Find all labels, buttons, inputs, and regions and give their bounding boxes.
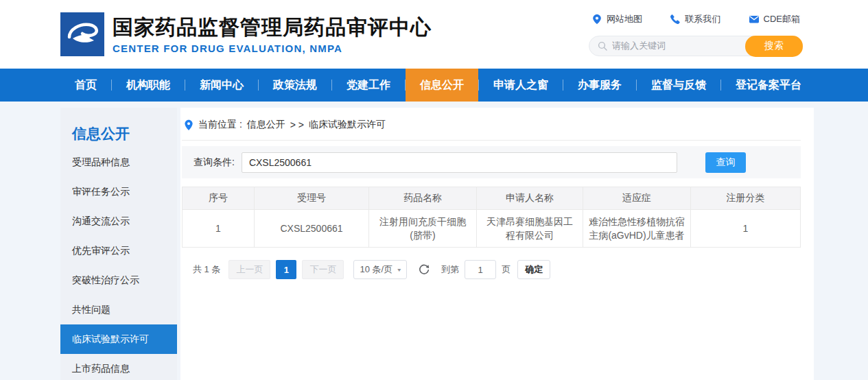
breadcrumb-current[interactable]: 临床试验默示许可 bbox=[309, 119, 386, 131]
main-nav: 首页 机构职能 新闻中心 政策法规 党建工作 信息公开 申请人之窗 办事服务 监… bbox=[0, 69, 868, 102]
column-header-registration-class: 注册分类 bbox=[691, 187, 801, 210]
sidebar-item-breakthrough-therapy[interactable]: 突破性治疗公示 bbox=[60, 265, 177, 295]
pagination-total: 共 1 条 bbox=[193, 263, 220, 276]
site-subtitle: CENTER FOR DRUG EVALUATION, NMPA bbox=[113, 43, 432, 54]
chevron-down-icon: ▾ bbox=[397, 267, 401, 273]
nav-item-info-disclosure[interactable]: 信息公开 bbox=[406, 69, 478, 102]
location-pin-icon bbox=[591, 14, 602, 25]
sidebar-item-priority-review[interactable]: 优先审评公示 bbox=[60, 236, 177, 265]
next-page-button[interactable]: 下一页 bbox=[302, 260, 344, 279]
cde-logo-icon bbox=[60, 12, 104, 56]
results-table: 序号 受理号 药品名称 申请人名称 适应症 注册分类 1 CXSL2500661… bbox=[182, 187, 801, 248]
site-title: 国家药品监督管理局药品审评中心 bbox=[113, 15, 432, 40]
logo-block: 国家药品监督管理局药品审评中心 CENTER FOR DRUG EVALUATI… bbox=[60, 12, 432, 56]
nav-item-services[interactable]: 办事服务 bbox=[563, 69, 636, 102]
quick-link-label: 网站地图 bbox=[607, 13, 642, 25]
keyword-search-bar: 搜索 bbox=[589, 36, 803, 56]
quick-link-label: 联系我们 bbox=[685, 13, 720, 25]
nav-item-applicant-window[interactable]: 申请人之窗 bbox=[479, 69, 563, 102]
page-number-button[interactable]: 1 bbox=[276, 260, 296, 279]
sidebar-item-accepted-varieties[interactable]: 受理品种信息 bbox=[60, 147, 177, 177]
cell-indication: 难治性急性移植物抗宿主病(aGvHD)儿童患者 bbox=[583, 210, 691, 248]
header-right: 网站地图 联系我们 CDE邮箱 搜索 bbox=[589, 13, 803, 56]
cell-registration-class: 1 bbox=[691, 210, 801, 248]
column-header-indication: 适应症 bbox=[583, 187, 691, 210]
sidebar-item-marketed-drugs[interactable]: 上市药品信息 bbox=[60, 354, 177, 380]
cell-seq: 1 bbox=[183, 210, 255, 248]
column-header-acceptance-no: 受理号 bbox=[255, 187, 369, 210]
column-header-drug-name: 药品名称 bbox=[369, 187, 477, 210]
sidebar-item-clinical-trial-implied-license[interactable]: 临床试验默示许可 bbox=[60, 324, 177, 354]
query-button[interactable]: 查询 bbox=[705, 152, 746, 173]
table-header-row: 序号 受理号 药品名称 申请人名称 适应症 注册分类 bbox=[183, 187, 801, 210]
sidebar-title: 信息公开 bbox=[60, 108, 177, 147]
nav-item-news[interactable]: 新闻中心 bbox=[185, 69, 258, 102]
quick-link-mailbox[interactable]: CDE邮箱 bbox=[749, 13, 800, 25]
nav-item-home[interactable]: 首页 bbox=[60, 69, 111, 102]
column-header-applicant: 申请人名称 bbox=[477, 187, 583, 210]
header-search-button[interactable]: 搜索 bbox=[745, 36, 803, 57]
goto-page-input[interactable] bbox=[465, 260, 496, 279]
nav-item-functions[interactable]: 机构职能 bbox=[112, 69, 185, 102]
keyword-search-input[interactable] bbox=[612, 40, 740, 51]
pagination: 共 1 条 上一页 1 下一页 10 条/页 ▾ 到第 页 确定 bbox=[193, 260, 801, 279]
query-label: 查询条件: bbox=[193, 156, 235, 169]
quick-link-contact[interactable]: 联系我们 bbox=[670, 13, 720, 25]
query-condition-input[interactable] bbox=[242, 152, 677, 173]
quick-link-label: CDE邮箱 bbox=[764, 13, 800, 25]
cell-acceptance-no: CXSL2500661 bbox=[255, 210, 369, 248]
page-size-select[interactable]: 10 条/页 ▾ bbox=[353, 260, 407, 279]
table-row: 1 CXSL2500661 注射用间充质干细胞(脐带) 天津昂赛细胞基因工程有限… bbox=[183, 210, 801, 248]
logo-text: 国家药品监督管理局药品审评中心 CENTER FOR DRUG EVALUATI… bbox=[113, 15, 432, 54]
breadcrumb-separator: > > bbox=[290, 119, 304, 130]
goto-label: 到第 bbox=[441, 263, 459, 276]
page-size-value: 10 条/页 bbox=[360, 263, 392, 276]
breadcrumb-section[interactable]: 信息公开 bbox=[247, 119, 285, 131]
cell-drug-name: 注射用间充质干细胞(脐带) bbox=[369, 210, 477, 248]
sidebar-item-review-tasks[interactable]: 审评任务公示 bbox=[60, 177, 177, 206]
site-header: 国家药品监督管理局药品审评中心 CENTER FOR DRUG EVALUATI… bbox=[0, 0, 868, 69]
nav-item-policy[interactable]: 政策法规 bbox=[259, 69, 331, 102]
column-header-seq: 序号 bbox=[183, 187, 255, 210]
location-pin-icon bbox=[184, 119, 193, 131]
sidebar-item-communication[interactable]: 沟通交流公示 bbox=[60, 206, 177, 236]
mail-icon bbox=[749, 14, 760, 25]
breadcrumb: 当前位置 : 信息公开 > > 临床试验默示许可 bbox=[182, 113, 801, 141]
nav-item-supervision[interactable]: 监督与反馈 bbox=[637, 69, 720, 102]
main-panel: 当前位置 : 信息公开 > > 临床试验默示许可 查询条件: 查询 序号 受理号… bbox=[180, 108, 814, 380]
quick-link-sitemap[interactable]: 网站地图 bbox=[591, 13, 642, 25]
prev-page-button[interactable]: 上一页 bbox=[228, 260, 270, 279]
confirm-button[interactable]: 确定 bbox=[517, 260, 550, 279]
phone-icon bbox=[670, 14, 681, 25]
content-area: 信息公开 受理品种信息 审评任务公示 沟通交流公示 优先审评公示 突破性治疗公示… bbox=[0, 102, 868, 380]
search-icon bbox=[598, 41, 607, 51]
refresh-icon[interactable] bbox=[418, 263, 430, 276]
cell-applicant: 天津昂赛细胞基因工程有限公司 bbox=[477, 210, 583, 248]
nav-item-registration-platform[interactable]: 登记备案平台 bbox=[721, 69, 816, 102]
quick-links: 网站地图 联系我们 CDE邮箱 bbox=[589, 13, 803, 25]
page-unit-label: 页 bbox=[502, 263, 511, 276]
sidebar: 信息公开 受理品种信息 审评任务公示 沟通交流公示 优先审评公示 突破性治疗公示… bbox=[60, 108, 177, 380]
nav-item-party[interactable]: 党建工作 bbox=[332, 69, 405, 102]
sidebar-item-common-issues[interactable]: 共性问题 bbox=[60, 295, 177, 324]
breadcrumb-prefix: 当前位置 : bbox=[198, 119, 242, 131]
query-bar: 查询条件: 查询 bbox=[182, 146, 801, 178]
